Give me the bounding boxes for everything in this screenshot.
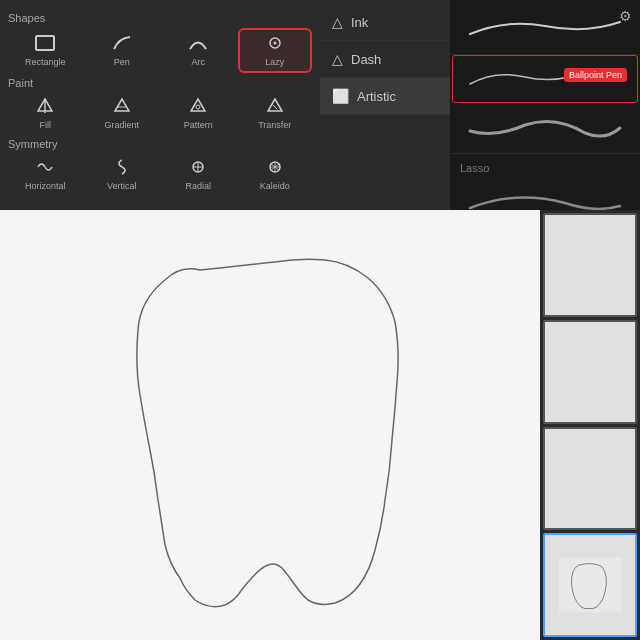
tool-kaleido[interactable]: Kaleido xyxy=(238,154,313,195)
pen-icon xyxy=(111,34,133,55)
svg-rect-25 xyxy=(559,558,622,613)
gradient-icon xyxy=(111,97,133,118)
radial-icon xyxy=(187,158,209,179)
ballpoint-pen-preview[interactable]: Ballpoint Pen xyxy=(452,55,638,103)
dash-icon: △ xyxy=(332,51,343,67)
arc-icon xyxy=(187,34,209,55)
svg-point-8 xyxy=(196,105,200,109)
paint-grid: Fill Gradient Pattern Transfer xyxy=(8,93,312,134)
pattern-icon xyxy=(187,97,209,118)
film-frame-1[interactable] xyxy=(543,213,637,317)
tool-horizontal[interactable]: Horizontal xyxy=(8,154,83,195)
frame-4-content xyxy=(545,535,635,635)
film-frame-4[interactable] xyxy=(543,533,637,637)
horizontal-label: Horizontal xyxy=(25,181,66,191)
arc-label: Arc xyxy=(192,57,206,67)
horizontal-icon xyxy=(34,158,56,179)
tool-gradient[interactable]: Gradient xyxy=(85,93,160,134)
shapes-grid: Rectangle Pen Arc xyxy=(8,28,312,73)
frame-3-content xyxy=(545,429,635,529)
lasso-label: Lasso xyxy=(450,154,640,182)
symmetry-label: Symmetry xyxy=(8,138,312,150)
paint-label: Paint xyxy=(8,77,312,89)
tool-pattern[interactable]: Pattern xyxy=(161,93,236,134)
tool-pen[interactable]: Pen xyxy=(85,28,160,73)
svg-rect-23 xyxy=(559,348,622,395)
vertical-icon xyxy=(111,158,133,179)
tool-fill[interactable]: Fill xyxy=(8,93,83,134)
transfer-label: Transfer xyxy=(258,120,291,130)
lazy-label: Lazy xyxy=(265,57,284,67)
brush-panel: △ Ink △ Dash ⬜ Artistic ⚙ Bal xyxy=(320,0,640,210)
canvas-svg xyxy=(0,210,540,640)
brush-category-list: △ Ink △ Dash ⬜ Artistic xyxy=(320,0,450,210)
ink-icon: △ xyxy=(332,14,343,30)
category-ink-label: Ink xyxy=(351,15,368,30)
rectangle-label: Rectangle xyxy=(25,57,66,67)
svg-marker-5 xyxy=(115,99,129,111)
transfer-icon xyxy=(264,97,286,118)
shapes-label: Shapes xyxy=(8,12,312,24)
top-panel: Shapes Rectangle Pen Arc xyxy=(0,0,640,210)
filmstrip xyxy=(540,210,640,640)
tool-transfer[interactable]: Transfer xyxy=(238,93,313,134)
ink-preview[interactable] xyxy=(450,8,640,55)
svg-rect-24 xyxy=(559,455,622,502)
tool-radial[interactable]: Radial xyxy=(161,154,236,195)
frame-2-content xyxy=(545,322,635,422)
frame-1-content xyxy=(545,215,635,315)
film-frame-3[interactable] xyxy=(543,427,637,531)
drawing-canvas[interactable] xyxy=(0,210,540,640)
svg-point-2 xyxy=(273,42,276,45)
svg-line-10 xyxy=(273,105,277,109)
artistic-stroke-preview[interactable] xyxy=(450,107,640,154)
tool-rectangle[interactable]: Rectangle xyxy=(8,28,83,73)
pen-label: Pen xyxy=(114,57,130,67)
bottom-panel xyxy=(0,210,640,640)
svg-rect-22 xyxy=(559,241,622,288)
category-ink[interactable]: △ Ink xyxy=(320,4,450,41)
kaleido-label: Kaleido xyxy=(260,181,290,191)
category-artistic[interactable]: ⬜ Artistic xyxy=(320,78,450,115)
svg-marker-9 xyxy=(268,99,282,111)
tool-arc[interactable]: Arc xyxy=(161,28,236,73)
gradient-label: Gradient xyxy=(104,120,139,130)
symmetry-grid: Horizontal Vertical Radial Kaleido xyxy=(8,154,312,195)
tool-vertical[interactable]: Vertical xyxy=(85,154,160,195)
tool-lazy[interactable]: Lazy xyxy=(238,28,313,73)
category-artistic-label: Artistic xyxy=(357,89,396,104)
vertical-label: Vertical xyxy=(107,181,137,191)
rectangle-icon xyxy=(34,34,56,55)
lazy-icon xyxy=(264,34,286,55)
artistic-icon: ⬜ xyxy=(332,88,349,104)
film-frame-2[interactable] xyxy=(543,320,637,424)
pattern-label: Pattern xyxy=(184,120,213,130)
category-dash[interactable]: △ Dash xyxy=(320,41,450,78)
tools-panel: Shapes Rectangle Pen Arc xyxy=(0,0,320,210)
lasso-stroke-preview[interactable] xyxy=(450,182,640,210)
fill-icon xyxy=(34,97,56,118)
svg-rect-0 xyxy=(36,36,54,50)
brush-preview-area: ⚙ Ballpoint Pen Lasso xyxy=(450,0,640,210)
fill-label: Fill xyxy=(40,120,52,130)
radial-label: Radial xyxy=(185,181,211,191)
svg-rect-21 xyxy=(10,210,530,640)
kaleido-icon xyxy=(264,158,286,179)
ballpoint-pen-badge: Ballpoint Pen xyxy=(564,68,627,82)
category-dash-label: Dash xyxy=(351,52,381,67)
